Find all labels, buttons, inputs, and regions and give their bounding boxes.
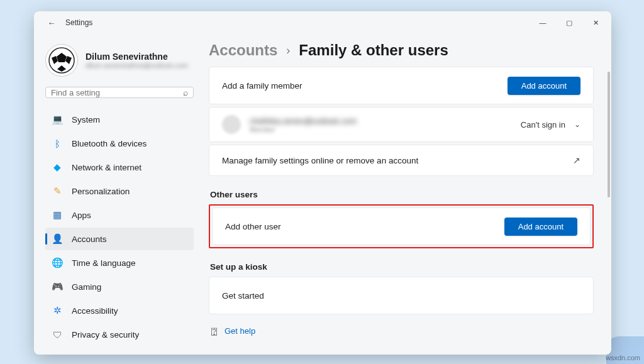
settings-window: ← Settings — ▢ ✕ Dilum Se [34, 11, 611, 355]
bluetooth-devices-icon: ᛒ [52, 138, 63, 149]
member-avatar-icon [222, 115, 241, 134]
sidebar-item-accessibility[interactable]: ✲Accessibility [45, 299, 194, 322]
accessibility-icon: ✲ [52, 305, 63, 316]
breadcrumb: Accounts › Family & other users [209, 41, 594, 59]
sidebar-item-label: Gaming [72, 282, 101, 292]
window-body: Dilum Senevirathne dilum.senevirathne@ou… [34, 34, 611, 355]
back-button[interactable]: ← [43, 14, 60, 31]
sidebar-item-personalization[interactable]: ✎Personalization [45, 180, 194, 202]
kiosk-get-started-label: Get started [222, 291, 264, 301]
sidebar-item-bluetooth-devices[interactable]: ᛒBluetooth & devices [45, 132, 194, 155]
sidebar-item-network-internet[interactable]: ◆Network & internet [45, 156, 194, 179]
user-profile-block[interactable]: Dilum Senevirathne dilum.senevirathne@ou… [45, 40, 194, 87]
manage-family-card[interactable]: Manage family settings online or remove … [209, 145, 594, 176]
sidebar-item-label: System [72, 115, 100, 124]
avatar [45, 44, 78, 77]
member-name: chethika.senev@outlook.com [250, 116, 357, 126]
sidebar-item-label: Personalization [72, 187, 130, 196]
sidebar-item-label: Accessibility [72, 306, 118, 316]
soccer-ball-icon [48, 47, 75, 74]
search-input[interactable] [51, 88, 183, 97]
sidebar-item-label: Apps [72, 211, 91, 220]
open-external-icon: ↗ [573, 155, 580, 165]
title-bar: ← Settings — ▢ ✕ [34, 11, 611, 34]
nav-list: 💻SystemᛒBluetooth & devices◆Network & in… [45, 108, 194, 355]
sidebar-item-label: Time & language [72, 258, 136, 268]
kiosk-card[interactable]: Get started [209, 277, 594, 314]
apps-icon: ▦ [52, 209, 63, 221]
add-family-member-card: Add a family member Add account [209, 67, 594, 104]
member-info: chethika.senev@outlook.com Member [250, 116, 357, 133]
sidebar-item-label: Network & internet [72, 163, 142, 172]
gaming-icon: 🎮 [52, 281, 63, 292]
system-icon: 💻 [52, 114, 63, 125]
close-button[interactable]: ✕ [582, 13, 609, 33]
privacy-security-icon: 🛡 [52, 329, 63, 340]
chevron-right-icon: › [286, 44, 290, 57]
watermark: wsxdn.com [606, 354, 640, 361]
time-language-icon: 🌐 [52, 257, 63, 268]
search-box[interactable]: ⌕ [45, 87, 194, 98]
member-status: Can't sign in [521, 120, 565, 130]
network-internet-icon: ◆ [52, 162, 63, 173]
user-email: dilum.senevirathne@outlook.com [86, 62, 188, 69]
sidebar-item-system[interactable]: 💻System [45, 108, 194, 131]
personalization-icon: ✎ [52, 185, 63, 197]
member-role: Member [250, 126, 357, 133]
get-help-link[interactable]: ⍰ Get help [209, 326, 594, 336]
page-title: Family & other users [299, 41, 448, 59]
main-content: Accounts › Family & other users Add a fa… [203, 34, 611, 355]
add-family-label: Add a family member [222, 81, 303, 91]
sidebar: Dilum Senevirathne dilum.senevirathne@ou… [34, 34, 203, 355]
scrollbar-thumb[interactable] [608, 72, 610, 197]
sidebar-item-label: Privacy & security [72, 330, 139, 339]
window-title: Settings [65, 18, 92, 27]
accounts-icon: 👤 [52, 233, 63, 245]
breadcrumb-parent[interactable]: Accounts [209, 41, 277, 59]
get-help-label: Get help [225, 326, 255, 336]
minimize-button[interactable]: — [530, 13, 556, 33]
manage-family-label: Manage family settings online or remove … [222, 156, 418, 165]
help-icon: ⍰ [211, 326, 217, 336]
windows-update-icon: ⟳ [52, 353, 63, 355]
user-name: Dilum Senevirathne [86, 52, 188, 62]
user-text: Dilum Senevirathne dilum.senevirathne@ou… [86, 52, 188, 69]
sidebar-item-label: Accounts [72, 234, 107, 244]
sidebar-item-time-language[interactable]: 🌐Time & language [45, 251, 194, 274]
sidebar-item-privacy-security[interactable]: 🛡Privacy & security [45, 323, 194, 346]
chevron-down-icon[interactable]: ⌄ [574, 120, 580, 129]
add-other-user-label: Add other user [225, 222, 281, 231]
sidebar-item-accounts[interactable]: 👤Accounts [45, 228, 194, 250]
highlight-annotation: Add other user Add account [209, 204, 594, 248]
sidebar-item-label: Bluetooth & devices [72, 139, 147, 148]
add-family-account-button[interactable]: Add account [508, 77, 580, 95]
sidebar-item-gaming[interactable]: 🎮Gaming [45, 275, 194, 298]
add-other-user-card: Add other user Add account [212, 207, 591, 245]
sidebar-item-windows-update[interactable]: ⟳Windows Update [45, 347, 194, 355]
add-other-user-button[interactable]: Add account [504, 218, 577, 236]
sidebar-item-apps[interactable]: ▦Apps [45, 204, 194, 226]
maximize-button[interactable]: ▢ [556, 13, 582, 33]
kiosk-heading: Set up a kiosk [210, 262, 594, 272]
search-icon: ⌕ [183, 87, 188, 97]
family-member-card[interactable]: chethika.senev@outlook.com Member Can't … [209, 107, 594, 142]
other-users-heading: Other users [210, 190, 594, 199]
sidebar-item-label: Windows Update [72, 354, 136, 355]
window-controls: — ▢ ✕ [530, 13, 609, 33]
scrollbar-track[interactable] [606, 34, 610, 355]
